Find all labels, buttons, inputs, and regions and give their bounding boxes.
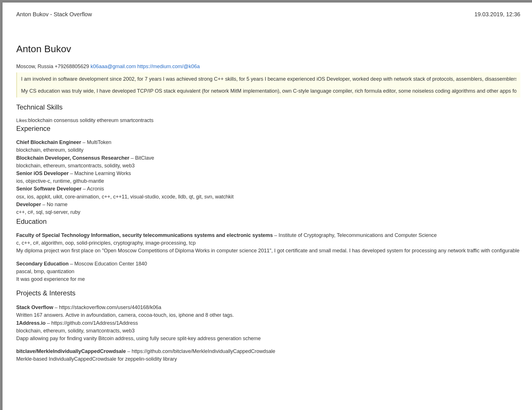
dash: –	[129, 155, 135, 161]
header-timestamp: 19.03.2019, 12:36	[474, 11, 520, 18]
document-page: Anton Bukov - Stack Overflow 19.03.2019,…	[2, 2, 532, 410]
page-title: Anton Bukov	[16, 43, 520, 54]
dash: –	[53, 305, 59, 310]
edu-tags: c, c++, c#, algorithm, oop, solid-princi…	[16, 239, 520, 247]
job-tags: ios, objective-c, runtime, github-mantle	[16, 178, 520, 185]
job-title: Blockchain Developer, Consensus Research…	[16, 155, 129, 161]
edu-tags: pascal, bmp, quantization	[16, 268, 520, 275]
job-tags: osx, ios, appkit, uikit, core-animation,…	[16, 193, 520, 200]
experience-item: Senior Software Developer – Acronis	[16, 185, 520, 192]
project-item: 1Address.io – https://github.com/1Addres…	[16, 320, 520, 327]
project-desc: Dapp allowing pay for finding vanity Bit…	[16, 335, 520, 342]
dash: –	[69, 171, 74, 176]
edu-desc: My diploma project won first place on "O…	[16, 247, 520, 254]
technical-skills-heading: Technical Skills	[16, 103, 520, 111]
edu-org: Moscow Education Center 1840	[74, 261, 147, 267]
header-title: Anton Bukov - Stack Overflow	[16, 11, 92, 18]
project-tags: blockchain, ethereum, solidity, smartcon…	[16, 327, 520, 334]
experience-heading: Experience	[16, 125, 520, 133]
project-title: bitclave/MerkleIndividuallyCappedCrowdsa…	[16, 348, 126, 354]
dash: –	[69, 261, 74, 267]
likes-label: Likes:	[16, 118, 28, 123]
experience-item: Developer – No name	[16, 201, 520, 208]
project-url: https://github.com/1Address/1Address	[51, 320, 138, 326]
projects-heading: Projects & Interests	[16, 289, 520, 297]
edu-title: Secondary Education	[16, 261, 69, 267]
job-org: MultiToken	[87, 139, 111, 145]
education-item: Secondary Education – Moscow Education C…	[16, 260, 520, 267]
job-org: Acronis	[87, 186, 104, 192]
medium-link[interactable]: https://medium.com/@k06a	[137, 64, 200, 69]
job-org: Machine Learning Works	[74, 171, 131, 176]
project-title: Stack Overflow	[16, 305, 53, 310]
email-link[interactable]: k06aaa@gmail.com	[91, 64, 136, 69]
bio-paragraph-1: I am involved in software development si…	[21, 75, 516, 83]
job-tags: blockchain, ethereum, smartcontracts, so…	[16, 162, 520, 169]
job-org: BitClave	[135, 155, 154, 161]
project-url: https://stackoverflow.com/users/440168/k…	[59, 305, 161, 310]
education-item: Faculty of Special Technology Informatio…	[16, 232, 520, 239]
contact-line: Moscow, Russia +79268805629 k06aaa@gmail…	[16, 64, 520, 70]
project-tags: Written 167 answers. Active in avfoundat…	[16, 312, 520, 319]
job-title: Chief Blockchain Engineer	[16, 139, 81, 145]
edu-desc: It was good experience for me	[16, 276, 520, 283]
edu-title: Faculty of Special Technology Informatio…	[16, 232, 273, 238]
experience-list: Chief Blockchain Engineer – MultiToken b…	[16, 139, 520, 216]
project-title: 1Address.io	[16, 320, 46, 326]
job-tags: blockchain, ethereum, solidity	[16, 147, 520, 154]
project-item: Stack Overflow – https://stackoverflow.c…	[16, 304, 520, 311]
education-heading: Education	[16, 218, 520, 226]
page-header: Anton Bukov - Stack Overflow 19.03.2019,…	[16, 11, 520, 18]
experience-item: Blockchain Developer, Consensus Research…	[16, 155, 520, 162]
edu-org: Institute of Cryptography, Telecommunica…	[279, 232, 437, 238]
dash: –	[273, 232, 279, 238]
job-org: No name	[47, 202, 67, 207]
dash: –	[81, 186, 87, 192]
dash: –	[46, 320, 51, 326]
project-tags: Merkle-based IndividuallyCappedCrowdsale…	[16, 356, 520, 363]
bio-block: I am involved in software development si…	[16, 72, 520, 98]
job-tags: c++, c#, sql, sql-server, ruby	[16, 209, 520, 216]
dash: –	[126, 348, 132, 354]
dash: –	[41, 202, 47, 207]
likes-value: blockchain consensus solidity ethereum s…	[28, 117, 154, 123]
education-list: Faculty of Special Technology Informatio…	[16, 232, 520, 283]
projects-list: Stack Overflow – https://stackoverflow.c…	[16, 304, 520, 363]
experience-item: Senior iOS Developer – Machine Learning …	[16, 170, 520, 177]
project-item: bitclave/MerkleIndividuallyCappedCrowdsa…	[16, 348, 520, 355]
project-url: https://github.com/bitclave/MerkleIndivi…	[132, 348, 275, 354]
job-title: Senior iOS Developer	[16, 171, 69, 176]
dash: –	[81, 139, 87, 145]
likes-line: Likes:blockchain consensus solidity ethe…	[16, 117, 520, 123]
location-phone: Moscow, Russia +79268805629	[16, 64, 91, 69]
experience-item: Chief Blockchain Engineer – MultiToken	[16, 139, 520, 146]
job-title: Senior Software Developer	[16, 186, 81, 192]
bio-paragraph-2: My CS education was truly wide, I have d…	[21, 87, 516, 95]
job-title: Developer	[16, 202, 41, 207]
